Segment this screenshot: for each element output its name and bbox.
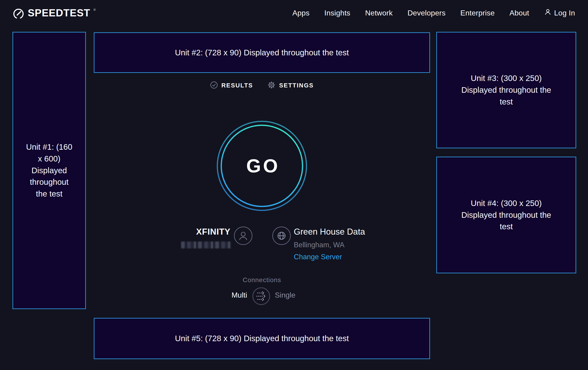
nav-item-network[interactable]: Network bbox=[365, 9, 393, 17]
top-nav: SPEEDTEST ® Apps Insights Network Develo… bbox=[0, 0, 588, 26]
server-location: Bellingham, WA bbox=[294, 241, 344, 249]
view-tabs: RESULTS bbox=[94, 81, 430, 90]
server-name: Green House Data bbox=[294, 227, 365, 237]
tab-settings[interactable]: SETTINGS bbox=[268, 81, 314, 90]
ad-unit-5-text: Unit #5: (728 x 90) Displayed throughout… bbox=[175, 333, 349, 344]
isp-avatar-icon[interactable] bbox=[234, 226, 253, 246]
connections-toggle-icon[interactable] bbox=[252, 287, 271, 306]
nav-menu: Apps Insights Network Developers Enterpr… bbox=[292, 0, 575, 26]
ad-unit-2-text: Unit #2: (728 x 90) Displayed throughout… bbox=[175, 47, 349, 59]
ad-unit-1: Unit #1: (160 x 600) Displayed throughou… bbox=[12, 32, 86, 309]
ad-unit-2: Unit #2: (728 x 90) Displayed throughout… bbox=[94, 32, 430, 73]
ad-unit-4-text: Unit #4: (300 x 250) Displayed throughou… bbox=[457, 198, 556, 232]
ad-unit-3-text: Unit #3: (300 x 250) Displayed throughou… bbox=[457, 72, 556, 108]
connections-single-option[interactable]: Single bbox=[275, 291, 295, 300]
change-server-link[interactable]: Change Server bbox=[294, 253, 342, 261]
tab-results[interactable]: RESULTS bbox=[210, 81, 253, 90]
nav-item-about[interactable]: About bbox=[509, 9, 529, 17]
isp-ip-redacted bbox=[181, 241, 231, 249]
ad-unit-5: Unit #5: (728 x 90) Displayed throughout… bbox=[94, 318, 430, 359]
ad-unit-1-text: Unit #1: (160 x 600) Displayed throughou… bbox=[25, 141, 74, 200]
speedtest-logo[interactable]: SPEEDTEST ® bbox=[12, 7, 96, 20]
speedtest-page: SPEEDTEST ® Apps Insights Network Develo… bbox=[0, 0, 588, 370]
tab-settings-label: SETTINGS bbox=[279, 82, 314, 89]
gear-icon bbox=[268, 81, 275, 90]
nav-item-developers[interactable]: Developers bbox=[407, 9, 445, 17]
connections-label: Connections bbox=[227, 276, 296, 284]
nav-item-apps[interactable]: Apps bbox=[292, 9, 309, 17]
gauge-icon bbox=[12, 7, 24, 19]
server-globe-icon[interactable] bbox=[272, 226, 291, 246]
tab-results-label: RESULTS bbox=[221, 82, 253, 89]
nav-item-enterprise[interactable]: Enterprise bbox=[460, 9, 495, 17]
ad-unit-4: Unit #4: (300 x 250) Displayed throughou… bbox=[436, 157, 576, 273]
login-label: Log In bbox=[554, 9, 575, 17]
go-button[interactable]: GO bbox=[216, 120, 308, 212]
connections-multi-option[interactable]: Multi bbox=[196, 291, 247, 300]
check-circle-icon bbox=[210, 81, 218, 90]
nav-item-insights[interactable]: Insights bbox=[324, 9, 350, 17]
go-label: GO bbox=[216, 120, 308, 212]
login-button[interactable]: Log In bbox=[544, 8, 575, 18]
ad-unit-3: Unit #3: (300 x 250) Displayed throughou… bbox=[436, 32, 576, 148]
user-icon bbox=[544, 8, 552, 18]
isp-name: XFINITY bbox=[148, 227, 231, 237]
logo-trademark: ® bbox=[94, 8, 96, 11]
logo-wordmark: SPEEDTEST bbox=[28, 7, 90, 19]
